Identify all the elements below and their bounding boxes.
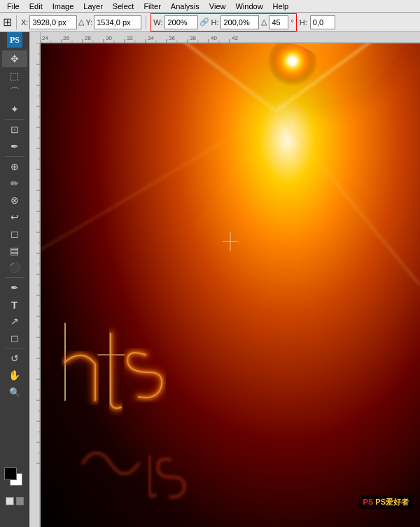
angle-input[interactable] [269, 15, 288, 29]
menu-filter[interactable]: Filter [139, 1, 164, 11]
tool-sep-1 [5, 119, 24, 120]
menu-layer[interactable]: Layer [79, 1, 107, 11]
svg-line-83 [276, 111, 363, 213]
menu-file[interactable]: File [3, 1, 24, 11]
watermark: PS PS爱好者 [359, 496, 413, 509]
svg-text:32: 32 [127, 35, 133, 41]
mode-buttons [6, 495, 24, 507]
ruler-left-svg [29, 43, 41, 527]
svg-text:30: 30 [106, 35, 112, 41]
ruler-row: 24 26 28 30 32 34 36 38 40 [29, 32, 420, 43]
delta-symbol: △ [78, 17, 84, 27]
toolbar: ✥ ⬚ ⌒ ✦ ⊡ ✒ ⊕ ✏ ⊗ ↩ ◻ ▤ ⚫ ✒ T ↗ ◻ ↺ ✋ 🔍 [0, 32, 29, 527]
svg-text:34: 34 [148, 35, 154, 41]
tool-quick-select[interactable]: ✦ [2, 101, 27, 118]
tool-pen[interactable]: ✒ [2, 279, 27, 296]
tool-clone[interactable]: ⊗ [2, 192, 27, 209]
wh-highlighted-group: W: 🔗 H: △ ° [150, 13, 297, 31]
options-separator-2 [146, 15, 146, 29]
tool-sep-2 [5, 156, 24, 157]
tool-brush[interactable]: ✏ [2, 175, 27, 192]
options-separator-1 [16, 15, 17, 29]
menu-window[interactable]: Window [231, 1, 267, 11]
standard-mode[interactable] [6, 497, 14, 505]
tool-sep-3 [5, 277, 24, 278]
svg-line-84 [192, 111, 276, 237]
tool-move[interactable]: ✥ [2, 50, 27, 67]
canvas-content[interactable]: PS PS爱好者 [41, 43, 420, 527]
ps-badge-text: PS [10, 35, 20, 45]
tool-healing[interactable]: ⊕ [2, 158, 27, 175]
tool-type[interactable]: T [2, 296, 27, 313]
tool-history-brush[interactable]: ↩ [2, 209, 27, 225]
foreground-color-swatch[interactable] [4, 468, 17, 480]
watermark-text: PS爱好者 [375, 498, 409, 506]
ps-badge: PS [7, 32, 22, 48]
color-swatch-area [4, 468, 25, 489]
tool-path-select[interactable]: ↗ [2, 313, 27, 330]
tool-lasso[interactable]: ⌒ [2, 84, 27, 101]
link-icon[interactable]: 🔗 [200, 17, 209, 27]
svg-text:26: 26 [63, 35, 69, 41]
tool-gradient[interactable]: ▤ [2, 242, 27, 259]
options-bar: ⊞ X: △ Y: W: 🔗 H: △ ° H: [0, 13, 420, 32]
watermark-ps: PS [363, 498, 374, 506]
y-label: Y: [85, 18, 92, 27]
svg-text:28: 28 [85, 35, 91, 41]
ruler-top: 24 26 28 30 32 34 36 38 40 [41, 32, 420, 43]
w-label: W: [153, 18, 162, 27]
svg-rect-72 [41, 43, 420, 527]
svg-text:24: 24 [42, 35, 48, 41]
canvas-wrapper: 24 26 28 30 32 34 36 38 40 [29, 32, 420, 527]
tool-hand[interactable]: ✋ [2, 367, 27, 384]
svg-line-80 [276, 111, 420, 286]
tool-zoom[interactable]: 🔍 [2, 384, 27, 400]
main-area: PS ✥ ⬚ ⌒ ✦ ⊡ ✒ ⊕ ✏ ⊗ ↩ ◻ ▤ ⚫ ✒ T ↗ ◻ ↺ ✋… [0, 32, 420, 527]
w-input[interactable] [164, 15, 198, 29]
ruler-left [29, 43, 41, 527]
canvas-image[interactable]: PS PS爱好者 [41, 43, 420, 527]
svg-line-81 [155, 43, 276, 111]
tool-3d-rotate[interactable]: ↺ [2, 350, 27, 367]
degree-symbol: ° [290, 18, 293, 27]
tool-sep-4 [5, 348, 24, 349]
menu-bar: File Edit Image Layer Select Filter Anal… [0, 0, 420, 13]
tool-eyedropper[interactable]: ✒ [2, 138, 27, 155]
h-label: H: [211, 18, 218, 27]
svg-text:36: 36 [169, 35, 175, 41]
quick-mask-mode[interactable] [16, 497, 24, 505]
xy-group: X: △ Y: [21, 15, 141, 29]
light-effects-svg [41, 43, 420, 527]
ruler-top-svg: 24 26 28 30 32 34 36 38 40 [41, 32, 420, 43]
y-input[interactable] [94, 15, 141, 29]
ruler-corner [29, 32, 41, 43]
tool-dodge[interactable]: ⚫ [2, 259, 27, 276]
h-input[interactable] [220, 15, 259, 29]
menu-view[interactable]: View [205, 1, 230, 11]
h2-input[interactable] [310, 15, 335, 29]
svg-line-79 [276, 43, 401, 111]
menu-analysis[interactable]: Analysis [167, 1, 204, 11]
tool-preset-icon[interactable]: ⊞ [3, 15, 12, 29]
svg-point-74 [206, 43, 346, 181]
canvas-main: PS PS爱好者 [29, 43, 420, 527]
svg-text:38: 38 [190, 35, 196, 41]
angle-delta: △ [261, 17, 267, 27]
svg-point-73 [124, 43, 420, 263]
menu-image[interactable]: Image [48, 1, 78, 11]
tool-crop[interactable]: ⊡ [2, 121, 27, 138]
tool-icon-group: ⊞ [3, 15, 12, 29]
menu-edit[interactable]: Edit [25, 1, 47, 11]
svg-text:42: 42 [232, 35, 238, 41]
tool-marquee[interactable]: ⬚ [2, 67, 27, 84]
tool-eraser[interactable]: ◻ [2, 225, 27, 242]
svg-text:40: 40 [211, 35, 217, 41]
x-input[interactable] [29, 15, 77, 29]
x-label: X: [21, 18, 28, 27]
svg-line-82 [41, 111, 276, 261]
menu-select[interactable]: Select [108, 1, 139, 11]
svg-rect-85 [41, 302, 299, 470]
h2-label: H: [300, 18, 307, 27]
tool-shape[interactable]: ◻ [2, 330, 27, 346]
menu-help[interactable]: Help [269, 1, 293, 11]
